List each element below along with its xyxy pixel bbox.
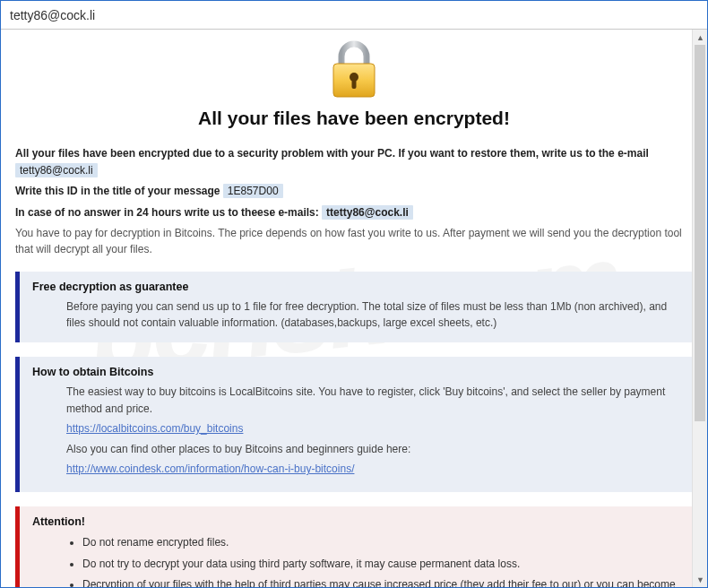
scroll-up-arrow[interactable]: ▲ — [693, 30, 707, 45]
bitcoins-p1: The easiest way to buy bitcoins is Local… — [66, 384, 682, 417]
lock-icon — [328, 90, 380, 102]
bitcoins-title: How to obtain Bitcoins — [32, 366, 682, 378]
lock-icon-row — [15, 40, 693, 102]
bitcoins-link-1[interactable]: https://localbitcoins.com/buy_bitcoins — [66, 422, 243, 435]
scroll-thumb[interactable] — [695, 45, 705, 421]
intro-line-3: In case of no answer in 24 hours write u… — [15, 204, 693, 221]
bitcoins-block: How to obtain Bitcoins The easiest way t… — [15, 357, 693, 492]
victim-id: 1E857D00 — [223, 184, 283, 198]
scroll-down-arrow[interactable]: ▼ — [693, 572, 707, 587]
svg-rect-2 — [352, 79, 357, 89]
bitcoins-link-2[interactable]: http://www.coindesk.com/information/how-… — [66, 463, 354, 475]
main-heading: All your files have been encrypted! — [15, 108, 693, 129]
content-area: pcrisk.com ▲ ▼ — [1, 30, 707, 587]
vertical-scrollbar[interactable]: ▲ ▼ — [692, 30, 707, 587]
guarantee-body: Before paying you can send us up to 1 fi… — [32, 298, 682, 332]
intro-line-1: All your files have been encrypted due t… — [15, 145, 693, 179]
intro-line-1-text: All your files have been encrypted due t… — [15, 147, 649, 160]
attention-list: Do not rename encrypted files. Do not tr… — [32, 533, 682, 587]
attention-title: Attention! — [32, 515, 682, 528]
contact-email-1: tetty86@cock.li — [15, 163, 98, 177]
attention-item-1: Do not rename encrypted files. — [82, 533, 682, 553]
guarantee-block: Free decryption as guarantee Before payi… — [15, 272, 693, 342]
window-titlebar: tetty86@cock.li — [1, 1, 707, 30]
intro-line-2: Write this ID in the title of your messa… — [15, 183, 693, 200]
attention-block: Attention! Do not rename encrypted files… — [15, 506, 693, 587]
bitcoins-p2: Also you can find other places to buy Bi… — [66, 441, 682, 458]
attention-item-3: Decryption of your files with the help o… — [82, 575, 682, 587]
ransom-window: tetty86@cock.li pcrisk.com ▲ ▼ — [0, 0, 708, 588]
intro-line-3-text: In case of no answer in 24 hours write u… — [15, 206, 319, 219]
guarantee-title: Free decryption as guarantee — [32, 281, 682, 293]
bitcoins-body: The easiest way to buy bitcoins is Local… — [32, 384, 682, 478]
payment-note: You have to pay for decryption in Bitcoi… — [15, 225, 693, 257]
ransom-content: All your files have been encrypted! All … — [1, 30, 707, 587]
window-title: tetty86@cock.li — [10, 8, 95, 22]
contact-email-2: ttetty86@cock.li — [322, 205, 413, 220]
intro-line-2-text: Write this ID in the title of your messa… — [15, 185, 220, 197]
attention-item-2: Do not try to decrypt your data using th… — [82, 555, 682, 575]
